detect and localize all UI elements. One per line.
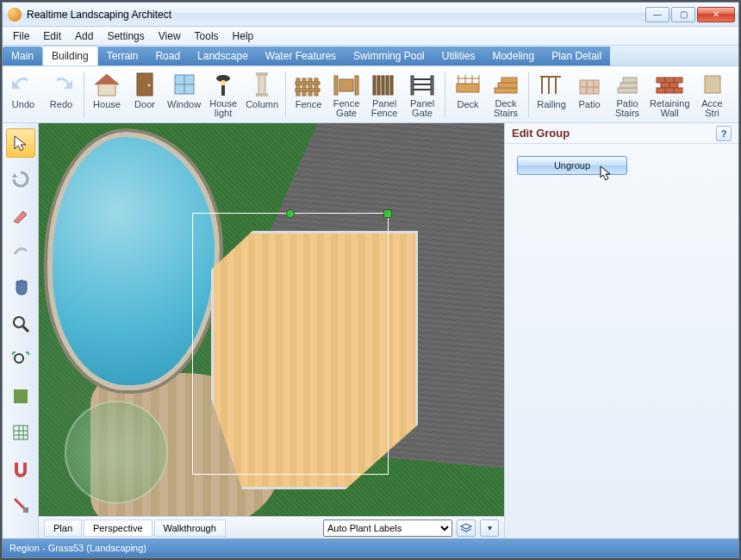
svg-rect-17 (296, 82, 320, 84)
ribbon-patio-stairs[interactable]: Patio Stairs (608, 68, 646, 121)
rotate-tool[interactable] (6, 237, 35, 266)
pan-tool[interactable] (6, 273, 35, 302)
window-title: Realtime Landscaping Architect (27, 9, 645, 21)
scene-3d (39, 123, 504, 538)
tab-main[interactable]: Main (3, 47, 42, 65)
ribbon-deck[interactable]: Deck (449, 68, 487, 121)
railing-icon (537, 70, 566, 99)
tab-modeling[interactable]: Modeling (483, 47, 543, 65)
svg-rect-16 (314, 78, 318, 96)
viewtab-walkthrough[interactable]: Walkthrough (154, 520, 226, 537)
ungroup-label: Ungroup (554, 160, 590, 171)
ribbon-fence[interactable]: Fence (290, 68, 327, 121)
ribbon-panel-gate[interactable]: Panel Gate (403, 68, 441, 121)
close-button[interactable]: ✕ (697, 7, 735, 22)
ribbon-deck-stairs[interactable]: Deck Stairs (487, 68, 525, 121)
svg-rect-57 (657, 88, 665, 93)
svg-point-62 (14, 317, 24, 327)
ribbon-railing[interactable]: Railing (532, 68, 570, 121)
svg-rect-7 (221, 85, 225, 96)
svg-rect-14 (302, 78, 306, 96)
viewport[interactable]: Plan Perspective Walkthrough Auto Plant … (39, 123, 504, 538)
svg-point-9 (221, 80, 226, 85)
menu-edit[interactable]: Edit (36, 28, 68, 44)
dropdown-expand-button[interactable]: ▾ (480, 520, 499, 537)
tab-plan-detail[interactable]: Plan Detail (543, 47, 610, 65)
svg-rect-21 (339, 79, 353, 91)
ribbon-retaining-wall[interactable]: Retaining Wall (646, 68, 693, 121)
dimension-tool[interactable] (6, 490, 35, 520)
door-icon (130, 70, 159, 99)
minimize-button[interactable]: — (645, 7, 669, 22)
ribbon-house-light[interactable]: House light (204, 68, 242, 121)
ribbon-column[interactable]: Column (242, 68, 282, 121)
svg-rect-60 (705, 76, 720, 93)
svg-rect-39 (498, 83, 517, 88)
tab-landscape[interactable]: Landscape (189, 47, 257, 65)
viewtab-plan[interactable]: Plan (44, 520, 82, 537)
ribbon-label: Window (167, 100, 201, 110)
svg-rect-28 (431, 76, 433, 95)
app-icon (8, 8, 22, 22)
selection-box[interactable] (192, 213, 389, 475)
ribbon-label: Retaining Wall (650, 99, 689, 119)
grid-tool[interactable] (6, 418, 35, 447)
menu-tools[interactable]: Tools (188, 28, 226, 44)
tab-terrain[interactable]: Terrain (98, 47, 147, 65)
fill-tool[interactable] (6, 382, 35, 411)
menu-add[interactable]: Add (68, 28, 100, 44)
ribbon-redo[interactable]: Redo (42, 68, 80, 121)
ribbon-fence-gate[interactable]: Fence Gate (327, 68, 365, 121)
zoom-extents-tool[interactable] (6, 345, 35, 375)
navigation-pad[interactable] (65, 401, 168, 504)
snap-tool[interactable] (6, 454, 35, 483)
patio-icon (575, 70, 604, 99)
ribbon-label: House (93, 100, 121, 110)
menu-view[interactable]: View (152, 28, 188, 44)
tab-road[interactable]: Road (146, 47, 189, 65)
deck-stairs-icon (491, 70, 520, 98)
move-tool[interactable] (6, 201, 35, 230)
menu-settings[interactable]: Settings (100, 28, 151, 44)
select-tool[interactable] (6, 128, 35, 158)
menu-file[interactable]: File (6, 28, 36, 44)
view-tabs: Plan Perspective Walkthrough Auto Plant … (39, 516, 504, 538)
ungroup-button[interactable]: Ungroup (517, 156, 627, 175)
tab-water[interactable]: Water Features (257, 47, 345, 65)
layers-button[interactable] (457, 520, 476, 537)
zoom-tool[interactable] (6, 309, 35, 339)
svg-rect-50 (620, 83, 637, 88)
panel-fence-icon (370, 70, 399, 98)
ribbon-label: House light (209, 99, 237, 119)
ribbon-accent-strip[interactable]: Acce Stri (694, 68, 732, 121)
tab-pool[interactable]: Swimming Pool (345, 47, 433, 65)
ribbon-window[interactable]: Window (164, 68, 204, 121)
help-button[interactable]: ? (716, 126, 732, 141)
house-icon (92, 70, 121, 99)
ribbon-door[interactable]: Door (126, 68, 164, 121)
ribbon-label: Redo (50, 100, 72, 110)
ribbon-tabs: Main Building Terrain Road Landscape Wat… (3, 46, 738, 66)
svg-rect-22 (373, 76, 376, 95)
svg-point-64 (15, 354, 23, 363)
cursor-icon (599, 165, 613, 181)
ribbon-patio[interactable]: Patio (570, 68, 608, 121)
viewtab-perspective[interactable]: Perspective (84, 520, 152, 537)
ribbon-undo[interactable]: Undo (4, 68, 42, 121)
deck-icon (453, 70, 483, 99)
panel-gate-icon (408, 70, 437, 98)
svg-rect-53 (665, 78, 674, 83)
menu-help[interactable]: Help (226, 28, 261, 44)
svg-rect-52 (657, 78, 665, 83)
plant-labels-dropdown[interactable]: Auto Plant Labels (323, 520, 452, 537)
orbit-tool[interactable] (6, 165, 35, 194)
ribbon-panel-fence[interactable]: Panel Fence (365, 68, 403, 121)
tab-building[interactable]: Building (42, 46, 98, 65)
wall-icon (655, 70, 684, 98)
ribbon-house[interactable]: House (88, 68, 126, 121)
tab-utilities[interactable]: Utilities (433, 47, 484, 65)
maximize-button[interactable]: ▢ (671, 7, 695, 22)
fence-gate-icon (332, 70, 361, 98)
ribbon-label: Fence (296, 100, 322, 110)
work-area: Plan Perspective Walkthrough Auto Plant … (3, 123, 738, 538)
